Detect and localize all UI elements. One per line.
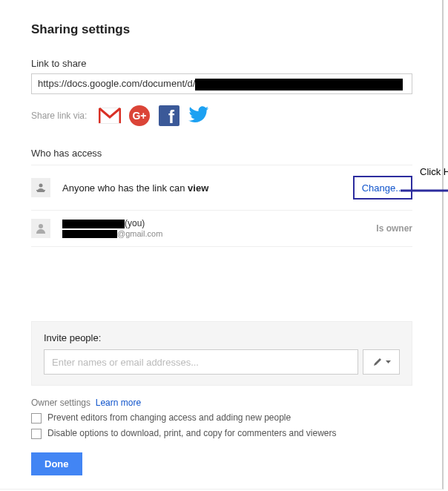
- share-link-value: https://docs.google.com/document/d/: [38, 78, 195, 89]
- checkbox-label-2: Disable options to download, print, and …: [47, 428, 337, 438]
- share-link-input[interactable]: https://docs.google.com/document/d/: [31, 73, 412, 94]
- access-anyone-text: Anyone who has the link can view: [62, 182, 353, 194]
- person-icon: [31, 219, 50, 238]
- share-via-row: Share link via: G+ f: [31, 105, 412, 127]
- is-owner-label: Is owner: [376, 223, 412, 234]
- person-info: (you) @gmail.com: [62, 218, 376, 239]
- google-plus-icon[interactable]: G+: [128, 105, 151, 127]
- redacted-email: [62, 230, 117, 238]
- svg-text:G+: G+: [133, 110, 147, 122]
- checkbox-row-prevent-editors: Prevent editors from changing access and…: [31, 412, 412, 424]
- redacted-link-part: [195, 79, 403, 90]
- you-label: (you): [125, 218, 145, 228]
- svg-point-5: [39, 184, 43, 188]
- owner-settings-label: Owner settings: [31, 398, 90, 408]
- done-button[interactable]: Done: [31, 452, 82, 475]
- svg-rect-6: [36, 190, 45, 191]
- checkbox-disable-download[interactable]: [31, 429, 42, 439]
- permission-dropdown[interactable]: [363, 349, 400, 375]
- checkbox-prevent-editors[interactable]: [31, 413, 42, 424]
- pencil-icon: [372, 357, 383, 367]
- chevron-down-icon: [386, 360, 391, 364]
- annotation-text: Click Here: [420, 166, 448, 177]
- facebook-icon[interactable]: f: [158, 105, 180, 127]
- link-access-icon: [31, 178, 50, 197]
- invite-input[interactable]: [44, 349, 358, 375]
- checkbox-row-disable-download: Disable options to download, print, and …: [31, 428, 412, 439]
- who-has-access-label: Who has access: [31, 148, 412, 159]
- access-row-anyone: Anyone who has the link can view Change.…: [31, 165, 412, 211]
- gmail-icon[interactable]: [99, 105, 121, 127]
- invite-label: Invite people:: [44, 332, 400, 343]
- owner-settings-row: Owner settings Learn more: [31, 398, 412, 408]
- change-link[interactable]: Change...: [362, 182, 403, 194]
- learn-more-link[interactable]: Learn more: [96, 398, 141, 408]
- redacted-name: [62, 220, 125, 228]
- invite-section: Invite people:: [31, 321, 412, 386]
- dialog-title: Sharing settings: [31, 22, 412, 37]
- access-row-owner: (you) @gmail.com Is owner: [31, 211, 412, 247]
- svg-text:f: f: [168, 107, 175, 126]
- link-to-share-label: Link to share: [31, 58, 412, 69]
- twitter-icon[interactable]: [188, 105, 210, 127]
- email-suffix: @gmail.com: [117, 229, 162, 238]
- sharing-dialog: Sharing settings Link to share https://d…: [0, 0, 444, 490]
- share-via-label: Share link via:: [31, 111, 87, 121]
- checkbox-label-1: Prevent editors from changing access and…: [47, 412, 291, 423]
- change-highlight-box: Change...: [353, 176, 412, 200]
- svg-point-7: [39, 224, 43, 228]
